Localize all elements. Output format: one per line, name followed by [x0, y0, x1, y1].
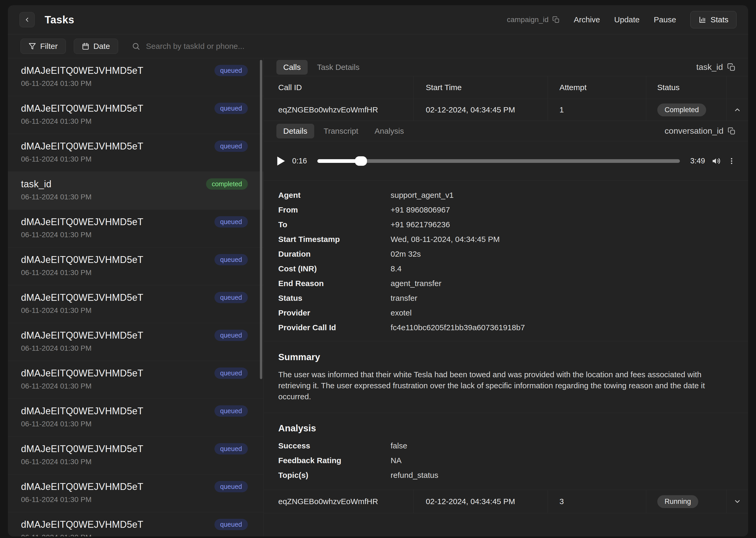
detail-field-row: Provider exotel: [278, 308, 735, 317]
detail-field-row: Cost (INR) 8.4: [278, 264, 735, 273]
task-status-badge: queued: [214, 292, 248, 303]
task-status-badge: queued: [214, 405, 248, 417]
task-list-item[interactable]: dMAJeEITQ0WEJVHMD5eT queued 06-11-2024 0…: [8, 437, 263, 474]
update-button[interactable]: Update: [614, 15, 640, 24]
conversation-id-header: conversation_id: [665, 126, 735, 136]
detail-field-row: Start Timestamp Wed, 08-11-2024, 04:34:4…: [278, 235, 735, 244]
task-id-text: dMAJeEITQ0WEJVHMD5eT: [21, 368, 143, 379]
panel-tab-bar: Calls Task Details task_id: [264, 58, 748, 76]
task-id-header-label: task_id: [696, 62, 723, 72]
task-id-text: dMAJeEITQ0WEJVHMD5eT: [21, 65, 143, 76]
stats-label: Stats: [711, 15, 729, 24]
stats-button[interactable]: Stats: [690, 11, 736, 28]
app-card: Tasks campaign_id Archive Update Pause S…: [8, 5, 748, 536]
campaign-id-label: campaign_id: [507, 16, 548, 24]
field-value: transfer: [391, 294, 417, 303]
expand-row-button[interactable]: [726, 490, 748, 513]
field-label: Provider Call Id: [278, 323, 391, 332]
detail-panel: Calls Task Details task_id Call ID Start…: [264, 58, 748, 536]
field-value: refund_status: [391, 471, 438, 480]
collapse-row-button[interactable]: [726, 99, 748, 121]
task-list-item[interactable]: dMAJeEITQ0WEJVHMD5eT queued 06-11-2024 0…: [8, 96, 263, 134]
pause-button[interactable]: Pause: [654, 15, 676, 24]
task-list-item[interactable]: dMAJeEITQ0WEJVHMD5eT queued 06-11-2024 0…: [8, 474, 263, 512]
kebab-menu-icon: [728, 157, 735, 165]
copy-icon[interactable]: [727, 63, 735, 72]
task-timestamp: 06-11-2024 01:30 PM: [21, 344, 248, 352]
status-badge: Running: [657, 495, 698, 508]
call-row-collapsed[interactable]: eqZNGEBo0whzvEoWmfHR 02-12-2024, 04:34:4…: [264, 490, 748, 513]
task-list-item[interactable]: dMAJeEITQ0WEJVHMD5eT queued 06-11-2024 0…: [8, 323, 263, 361]
list-scrollbar[interactable]: [260, 60, 262, 379]
task-timestamp: 06-11-2024 01:30 PM: [21, 382, 248, 390]
filter-icon: [28, 42, 36, 50]
field-value: agent_transfer: [391, 279, 441, 288]
task-list-item[interactable]: dMAJeEITQ0WEJVHMD5eT queued 06-11-2024 0…: [8, 361, 263, 399]
tab-details[interactable]: Details: [276, 124, 314, 138]
seek-handle[interactable]: [355, 156, 367, 166]
field-value: fc4e110bc6205f21bb39a607361918b7: [391, 323, 525, 332]
task-id-text: dMAJeEITQ0WEJVHMD5eT: [21, 519, 143, 530]
copy-icon[interactable]: [552, 16, 560, 24]
task-timestamp: 06-11-2024 01:30 PM: [21, 306, 248, 315]
task-list-item[interactable]: dMAJeEITQ0WEJVHMD5eT queued 06-11-2024 0…: [8, 285, 263, 323]
play-button[interactable]: [276, 156, 285, 166]
field-value: Wed, 08-11-2024, 04:34:45 PM: [391, 235, 500, 244]
task-timestamp: 06-11-2024 01:30 PM: [21, 79, 248, 88]
status-cell: Running: [646, 490, 726, 513]
analysis-section: Analysis Success false Feedback Rating N…: [264, 413, 748, 490]
tab-analysis[interactable]: Analysis: [368, 124, 411, 138]
total-duration: 3:49: [690, 157, 705, 165]
task-list-item[interactable]: dMAJeEITQ0WEJVHMD5eT queued 06-11-2024 0…: [8, 210, 263, 247]
task-id-text: task_id: [21, 179, 51, 190]
task-list-item[interactable]: dMAJeEITQ0WEJVHMD5eT queued 06-11-2024 0…: [8, 134, 263, 172]
field-value: +91 8960806967: [391, 205, 450, 214]
field-label: Agent: [278, 191, 391, 200]
call-id-cell: eqZNGEBo0whzvEoWmfHR: [264, 99, 413, 121]
column-header-call-id: Call ID: [264, 76, 413, 99]
field-label: Duration: [278, 249, 391, 258]
player-menu-button[interactable]: [728, 157, 735, 165]
elapsed-time: 0:16: [292, 157, 307, 165]
tab-transcript[interactable]: Transcript: [317, 124, 365, 138]
summary-heading: Summary: [278, 352, 735, 362]
task-list-item[interactable]: dMAJeEITQ0WEJVHMD5eT queued 06-11-2024 0…: [8, 512, 263, 536]
call-row-expanded[interactable]: eqZNGEBo0whzvEoWmfHR 02-12-2024, 04:34:4…: [264, 99, 748, 121]
date-button[interactable]: Date: [74, 39, 118, 54]
attempt-cell: 1: [547, 99, 646, 121]
task-id-text: dMAJeEITQ0WEJVHMD5eT: [21, 481, 143, 492]
task-list-item[interactable]: dMAJeEITQ0WEJVHMD5eT queued 06-11-2024 0…: [8, 58, 263, 96]
task-list-item[interactable]: task_id completed 06-11-2024 01:30 PM: [8, 172, 263, 210]
field-value: NA: [391, 456, 402, 465]
archive-button[interactable]: Archive: [574, 15, 600, 24]
seek-bar[interactable]: [317, 159, 680, 163]
copy-icon[interactable]: [728, 127, 735, 135]
task-id-header: task_id: [696, 62, 735, 72]
tab-task-details[interactable]: Task Details: [310, 60, 366, 75]
field-label: Start Timestamp: [278, 235, 391, 244]
date-label: Date: [93, 42, 110, 51]
task-timestamp: 06-11-2024 01:30 PM: [21, 117, 248, 126]
task-status-badge: queued: [214, 519, 248, 530]
task-status-badge: queued: [214, 330, 248, 341]
field-label: To: [278, 220, 391, 229]
task-status-badge: queued: [214, 65, 248, 76]
tab-calls[interactable]: Calls: [276, 60, 307, 75]
filter-button[interactable]: Filter: [21, 39, 66, 54]
task-list-item[interactable]: dMAJeEITQ0WEJVHMD5eT queued 06-11-2024 0…: [8, 247, 263, 285]
back-button[interactable]: [20, 12, 35, 27]
task-list: dMAJeEITQ0WEJVHMD5eT queued 06-11-2024 0…: [8, 58, 264, 536]
column-header-start-time: Start Time: [413, 76, 547, 99]
task-status-badge: queued: [214, 216, 248, 228]
conversation-id-label: conversation_id: [665, 126, 724, 136]
task-id-text: dMAJeEITQ0WEJVHMD5eT: [21, 330, 143, 341]
field-value: false: [391, 441, 407, 450]
chevron-down-icon: [733, 498, 741, 506]
field-label: End Reason: [278, 279, 391, 288]
field-label: Status: [278, 294, 391, 303]
search-input[interactable]: [146, 42, 735, 51]
task-list-item[interactable]: dMAJeEITQ0WEJVHMD5eT queued 06-11-2024 0…: [8, 399, 263, 437]
volume-button[interactable]: [712, 157, 721, 166]
calls-table-header: Call ID Start Time Attempt Status: [264, 76, 748, 99]
analysis-field-row: Success false: [278, 441, 735, 450]
